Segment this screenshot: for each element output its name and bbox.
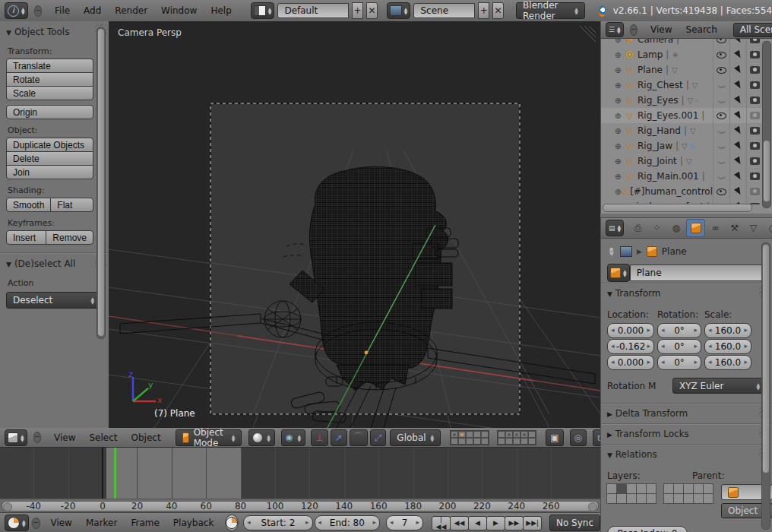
menu-frame[interactable]: Frame	[124, 516, 166, 530]
layer-cell-7[interactable]	[673, 493, 684, 504]
manipulator-translate-button[interactable]: ⊥	[311, 429, 327, 446]
layer-cell-5[interactable]	[646, 483, 657, 494]
tab-data[interactable]: ▽	[745, 220, 762, 236]
decrement-icon[interactable]: ◂	[661, 342, 665, 350]
decrement-icon[interactable]: ◂	[708, 326, 712, 334]
editor-type-button[interactable]: ▲▼	[5, 515, 29, 531]
layer-cell-10[interactable]	[528, 438, 536, 445]
timeline-editor[interactable]	[0, 447, 600, 499]
current-frame-field[interactable]: ◂ 7 ▸	[386, 515, 423, 530]
decrement-icon[interactable]: ◂	[708, 342, 712, 350]
layer-cell-9[interactable]	[520, 438, 528, 445]
renderability-toggle[interactable]	[746, 138, 763, 154]
menu-help[interactable]: Help	[204, 4, 238, 17]
outliner-row-plane[interactable]: ⊕▽Plane|▽	[601, 62, 763, 78]
add-layout-button[interactable]: +	[352, 2, 363, 19]
layer-cell-2[interactable]	[673, 483, 684, 494]
jump-to-start-button[interactable]: |◀◀	[432, 516, 451, 530]
decrement-icon[interactable]: ◂	[611, 326, 615, 334]
layer-cell-5[interactable]	[481, 431, 489, 438]
duplicate-objects-button[interactable]: Duplicate Objects	[6, 138, 93, 152]
increment-icon[interactable]: ▸	[647, 342, 650, 350]
layer-cell-9[interactable]	[636, 493, 647, 504]
layer-cell-9[interactable]	[473, 438, 481, 445]
renderability-toggle[interactable]	[746, 154, 763, 169]
selectability-toggle[interactable]	[729, 184, 746, 199]
menu-view[interactable]: View	[47, 431, 82, 445]
visibility-toggle[interactable]	[713, 108, 729, 123]
smooth-button[interactable]: Smooth	[6, 198, 51, 212]
rotation-mode-dropdown[interactable]: XYZ Euler▲▼	[672, 378, 767, 394]
outliner-row-rig-eyes-001[interactable]: ⊕▽Rig_Eyes.001|	[601, 108, 763, 123]
menu-view[interactable]: View	[644, 23, 679, 36]
increment-icon[interactable]: ▸	[744, 326, 748, 334]
visibility-toggle[interactable]	[713, 47, 729, 62]
increment-icon[interactable]: ▸	[373, 518, 377, 526]
selectability-toggle[interactable]	[729, 62, 746, 78]
visibility-toggle[interactable]	[713, 138, 729, 154]
scale-x-field[interactable]: ◂160.0▸	[704, 323, 751, 338]
renderability-toggle[interactable]	[746, 108, 763, 123]
relations-layers-grid-1[interactable]	[607, 484, 657, 504]
outliner-row-rig-eyes[interactable]: ⊕▽Rig_Eyes|▽◦	[601, 93, 763, 108]
selectability-toggle[interactable]	[729, 93, 746, 108]
layer-cell-4[interactable]	[636, 483, 647, 494]
renderability-toggle[interactable]	[746, 93, 763, 108]
object-name-field[interactable]: Plane	[630, 264, 767, 281]
visibility-toggle[interactable]	[713, 78, 729, 93]
deselect-action-dropdown[interactable]: Deselect▲▼	[6, 292, 101, 309]
layers-grid-2[interactable]	[497, 430, 536, 445]
scene-browse-button[interactable]: ▲▼	[387, 2, 411, 19]
visibility-toggle[interactable]	[713, 62, 729, 78]
layer-cell-1[interactable]	[663, 483, 674, 494]
increment-icon[interactable]: ▸	[647, 358, 650, 366]
frame-start-field[interactable]: ◂ Start: 2 ▸	[243, 515, 312, 530]
outliner-row-rig-hand[interactable]: ⊕▽Rig_Hand|▽	[601, 123, 763, 138]
transform-locks-panel-header[interactable]: ▶ Transform Locks	[601, 423, 772, 444]
increment-icon[interactable]: ▸	[647, 326, 650, 334]
scale-z-field[interactable]: ◂160.0▸	[704, 355, 751, 370]
selectability-toggle[interactable]	[729, 47, 746, 62]
wireframe-model[interactable]	[120, 166, 595, 428]
scene-field[interactable]: Scene	[413, 3, 475, 18]
selectability-toggle[interactable]	[729, 154, 746, 169]
object-id-icon-button[interactable]: ▲▼	[607, 264, 630, 282]
scrollbar-knob-left[interactable]	[3, 502, 12, 511]
timeline-scrollbar[interactable]: -40-200204060801001201401601802002202402…	[0, 499, 600, 513]
renderability-toggle[interactable]	[746, 123, 763, 138]
selectability-toggle[interactable]	[729, 138, 746, 154]
screen-layout-field[interactable]: Default	[277, 3, 349, 18]
prev-keyframe-button[interactable]: ◀◀	[450, 516, 469, 530]
layer-cell-1[interactable]	[606, 483, 617, 494]
layer-cell-1[interactable]	[451, 431, 458, 438]
layer-cell-10[interactable]	[703, 493, 713, 504]
viewport-canvas[interactable]	[109, 21, 600, 428]
expand-icon[interactable]: ⊕	[615, 127, 624, 135]
editor-type-button[interactable]: ▤▲▼	[606, 220, 624, 236]
layer-cell-1[interactable]	[498, 431, 505, 438]
selectability-toggle[interactable]	[729, 169, 746, 184]
mode-dropdown[interactable]: Object Mode▲▼	[176, 429, 242, 446]
menu-marker[interactable]: Marker	[79, 516, 124, 530]
renderability-toggle[interactable]	[746, 184, 763, 199]
decrement-icon[interactable]: ◂	[661, 358, 665, 366]
layer-cell-2[interactable]	[505, 431, 513, 438]
origin-button[interactable]: Origin	[6, 105, 93, 119]
menu-file[interactable]: File	[48, 4, 77, 17]
menu-object[interactable]: Object	[125, 431, 168, 445]
editor-type-button[interactable]: i▲▼	[5, 2, 28, 19]
decrement-icon[interactable]: ◂	[318, 518, 322, 526]
scale-y-field[interactable]: ◂160.0▸	[704, 339, 751, 354]
layer-cell-8[interactable]	[683, 493, 694, 504]
layer-cell-8[interactable]	[626, 493, 637, 504]
layer-cell-5[interactable]	[703, 483, 713, 494]
layer-cell-3[interactable]	[466, 431, 473, 438]
properties-scrollbar[interactable]	[761, 242, 770, 530]
av-sync-dropdown[interactable]: No Sync	[549, 515, 600, 531]
renderability-toggle[interactable]	[746, 38, 763, 47]
layer-cell-2[interactable]	[616, 483, 627, 494]
location-x-field[interactable]: ◂0.000▸	[607, 323, 654, 338]
insert-button[interactable]: Insert	[6, 230, 46, 245]
expand-icon[interactable]: ⊕	[615, 97, 624, 105]
layer-cell-3[interactable]	[626, 483, 637, 494]
